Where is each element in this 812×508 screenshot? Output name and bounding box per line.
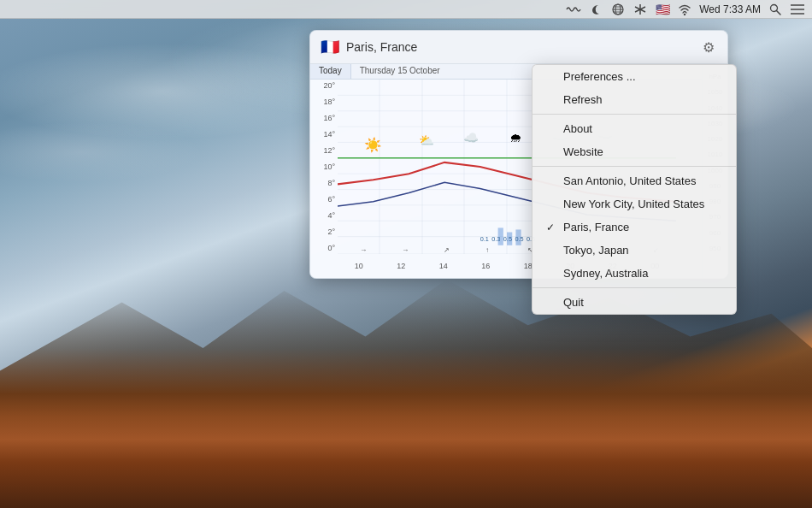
y-axis-labels: 20° 18° 16° 14° 12° 10° 8° 6° 4° 2° 0° [310,80,338,254]
svg-text:☁️: ☁️ [463,131,480,146]
y-label-1: 18° [310,97,338,106]
menubar-time[interactable]: Wed 7:33 AM [699,3,761,15]
x-label-2: 14 [422,262,465,270]
wave-icon[interactable] [566,3,581,15]
france-flag: 🇫🇷 [321,38,339,56]
menu-paris[interactable]: ✓ Paris, France [533,216,736,239]
menu-sydney[interactable]: Sydney, Australia [533,262,736,285]
svg-text:↑: ↑ [485,246,489,254]
tab-today[interactable]: Today [310,64,351,79]
dropdown-menu: Preferences ... Refresh About Website Sa… [532,64,737,315]
tab-thursday[interactable]: Thursday 15 October [351,64,449,79]
svg-text:0.5: 0.5 [515,235,523,243]
svg-text:0.3: 0.3 [491,235,500,243]
y-label-6: 8° [310,179,338,187]
svg-text:0.5: 0.5 [503,235,512,243]
svg-text:☀️: ☀️ [364,136,382,154]
svg-text:→: → [402,246,409,254]
widget-title: 🇫🇷 Paris, France [321,38,417,56]
svg-line-10 [777,10,781,15]
menu-preferences[interactable]: Preferences ... [533,65,736,88]
svg-text:→: → [360,246,367,254]
menubar: 🇺🇸 Wed 7:33 AM [0,0,812,19]
svg-text:↗: ↗ [444,246,450,254]
menu-refresh[interactable]: Refresh [533,88,736,111]
y-label-10: 0° [310,244,338,252]
hamburger-menu-icon[interactable] [790,3,805,15]
y-label-2: 16° [310,114,338,122]
menubar-right: 🇺🇸 Wed 7:33 AM [566,3,805,15]
widget-container: 🇫🇷 Paris, France ⚙ Today Thursday 15 Oct… [309,30,728,279]
x-label-3: 16 [465,262,508,270]
asterisk-icon[interactable] [633,3,648,15]
moon-icon[interactable] [588,3,603,15]
menu-website[interactable]: Website [533,140,736,163]
globe-icon[interactable] [610,3,626,15]
y-label-0: 20° [310,81,338,90]
svg-text:⛅: ⛅ [419,133,435,149]
x-label-1: 12 [380,262,423,270]
city-name: Paris, France [346,40,417,54]
menu-quit[interactable]: Quit [533,291,736,314]
menu-san-antonio[interactable]: San Antonio, United States [533,169,736,192]
y-label-5: 10° [310,162,338,171]
y-label-3: 14° [310,130,338,139]
menu-about[interactable]: About [533,117,736,140]
svg-point-8 [684,13,685,15]
separator-2 [533,166,736,167]
menu-new-york[interactable]: New York City, United States [533,192,736,216]
y-label-7: 6° [310,195,338,204]
svg-text:0.1: 0.1 [480,235,489,243]
y-label-9: 2° [310,227,338,236]
x-label-0: 10 [338,262,380,270]
wifi-icon[interactable] [677,3,692,15]
separator-3 [533,287,736,288]
search-icon[interactable] [768,3,783,15]
gear-button[interactable]: ⚙ [700,38,717,56]
widget-header: 🇫🇷 Paris, France ⚙ [310,31,727,64]
y-label-4: 12° [310,146,338,155]
svg-text:🌧: 🌧 [509,132,521,145]
y-label-8: 4° [310,211,338,220]
us-flag-icon[interactable]: 🇺🇸 [655,3,670,15]
separator-1 [533,114,736,115]
menu-tokyo[interactable]: Tokyo, Japan [533,239,736,262]
